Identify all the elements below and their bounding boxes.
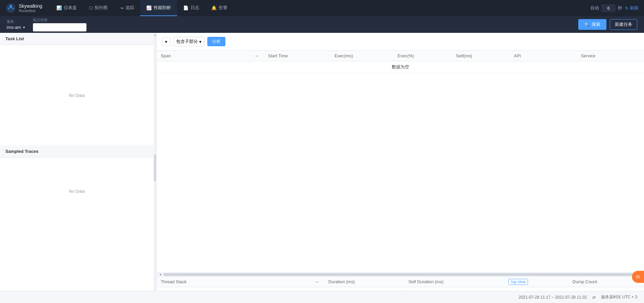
- thread-col-stack: Thread Stack: [157, 277, 311, 287]
- seconds-label: 秒: [618, 5, 622, 11]
- refresh-button[interactable]: ↻ 刷新: [625, 5, 639, 11]
- nav-trace[interactable]: ↝ 追踪: [114, 0, 140, 16]
- endpoint-input[interactable]: [33, 23, 87, 32]
- logo-icon: [5, 3, 16, 13]
- span-table: Span ↔ Start Time Exec(ms) Exec(%) Self(…: [157, 51, 644, 73]
- logo: Skywalking Rocketbot: [5, 3, 42, 13]
- span-table-empty: 数据为空: [157, 61, 644, 73]
- main-content: Task List No Data Sampled Traces No Data…: [0, 33, 644, 303]
- left-panel-container: Task List No Data Sampled Traces No Data…: [0, 33, 156, 303]
- analyze-button[interactable]: 分析: [207, 37, 225, 46]
- span-col-exec-ms: Exec(ms): [330, 51, 393, 61]
- nav-items: 📊 仪表盘 ⬡ 拓扑图 ↝ 追踪 📈 性能剖析 📄 日志 🔔 告警: [50, 0, 590, 16]
- thread-col-arrow: ↔: [311, 277, 324, 287]
- alert-icon: 🔔: [211, 5, 217, 10]
- search-button[interactable]: 🔍 搜索: [578, 19, 606, 30]
- endpoint-input-container: 端点名称: [33, 17, 87, 32]
- thread-col-self-duration: Self Duration (ms): [405, 277, 505, 287]
- nav-dashboard[interactable]: 📊 仪表盘: [50, 0, 83, 16]
- service-value: ims-am: [7, 25, 21, 30]
- scroll-left-arrow[interactable]: ◄: [157, 272, 163, 276]
- topology-icon: ⬡: [89, 5, 93, 10]
- scroll-thumb[interactable]: [154, 155, 156, 181]
- nav-profiling[interactable]: 📈 性能剖析: [140, 0, 177, 16]
- left-panel: Task List No Data Sampled Traces No Data…: [0, 33, 157, 303]
- endpoint-label: 端点名称: [33, 17, 87, 22]
- profiling-icon: 📈: [146, 5, 152, 10]
- right-panel: ▾ 包含子部分 ▾ 分析 Span ↔ Start Time Exec(ms): [157, 33, 644, 303]
- service-label: 服务: [7, 19, 25, 24]
- footer: 2021-07-28 11:17 ~ 2021-07-28 11:32 ⇄ 服务…: [0, 291, 644, 303]
- span-col-arrow: ↔: [251, 51, 264, 61]
- time-range: 2021-07-28 11:17 ~ 2021-07-28 11:32: [519, 295, 587, 300]
- thread-col-duration: Duration (ms): [324, 277, 405, 287]
- left-scrollbar[interactable]: ▲ ▼: [154, 33, 156, 303]
- sub-nav-right: 🔍 搜索 新建任务: [578, 19, 637, 30]
- new-task-button[interactable]: 新建任务: [610, 19, 637, 30]
- dropdown-arrow-icon: ▾: [199, 39, 202, 44]
- task-list-section: Task List No Data: [0, 33, 154, 145]
- timezone-label: 服务器时区 UTC + 3: [601, 294, 637, 300]
- task-list-empty: No Data: [69, 93, 85, 98]
- nav-topology[interactable]: ⬡ 拓扑图: [83, 0, 114, 16]
- span-table-wrapper: Span ↔ Start Time Exec(ms) Exec(%) Self(…: [157, 51, 644, 272]
- app-name: Skywalking: [19, 3, 42, 9]
- span-scroll-thumb[interactable]: [163, 273, 637, 276]
- sampled-traces-body: No Data: [0, 158, 154, 225]
- scroll-up-arrow[interactable]: ▲: [153, 33, 157, 37]
- filter-type-dropdown[interactable]: ▾: [162, 38, 170, 46]
- span-col-span: Span: [157, 51, 251, 61]
- refresh-interval-input[interactable]: [602, 5, 615, 12]
- span-col-api: API: [510, 51, 577, 61]
- span-col-self-ms: Self(ms): [452, 51, 510, 61]
- top-slow-badge[interactable]: top slow: [508, 279, 528, 285]
- nav-right: 自动 秒 ↻ 刷新: [590, 5, 639, 12]
- thread-col-top-slow[interactable]: top slow: [504, 277, 568, 287]
- top-nav: Skywalking Rocketbot 📊 仪表盘 ⬡ 拓扑图 ↝ 追踪 📈 …: [0, 0, 644, 16]
- analysis-toolbar: ▾ 包含子部分 ▾ 分析: [157, 33, 644, 51]
- svg-point-0: [6, 3, 15, 13]
- svg-point-1: [10, 5, 12, 7]
- span-col-starttime: Start Time: [264, 51, 330, 61]
- fab-button[interactable]: 85: [632, 271, 644, 283]
- include-children-dropdown[interactable]: 包含子部分 ▾: [173, 37, 205, 46]
- filter-label: 包含子部分: [176, 39, 198, 45]
- task-list-body: No Data: [0, 45, 154, 145]
- app-sub: Rocketbot: [19, 9, 42, 13]
- chevron-down-icon: ▾: [165, 39, 167, 44]
- trace-icon: ↝: [120, 5, 123, 10]
- sampled-traces-header: Sampled Traces: [0, 145, 154, 158]
- sub-nav: 服务 ims-am ▾ 端点名称 🔍 搜索 新建任务: [0, 16, 644, 33]
- sampled-traces-section: Sampled Traces No Data: [0, 145, 154, 225]
- span-h-scrollbar[interactable]: ◄ ►: [157, 272, 644, 276]
- auto-label: 自动: [590, 5, 599, 11]
- sampled-traces-empty: No Data: [69, 189, 85, 194]
- span-col-exec-pct: Exec(%): [393, 51, 452, 61]
- log-icon: 📄: [183, 5, 189, 10]
- dashboard-icon: 📊: [56, 5, 62, 10]
- search-icon: 🔍: [584, 22, 590, 27]
- service-chevron-icon[interactable]: ▾: [23, 25, 25, 29]
- nav-alert[interactable]: 🔔 告警: [205, 0, 233, 16]
- fab-label: 85: [636, 275, 640, 279]
- task-list-header: Task List: [0, 33, 154, 45]
- span-col-service: Service: [577, 51, 644, 61]
- nav-log[interactable]: 📄 日志: [177, 0, 205, 16]
- service-selector: 服务 ims-am ▾: [7, 19, 25, 30]
- span-table-section: Span ↔ Start Time Exec(ms) Exec(%) Self(…: [157, 51, 644, 276]
- refresh-icon: ↻: [625, 6, 629, 11]
- service-value-container: ims-am ▾: [7, 25, 25, 30]
- separator-icon: ⇄: [592, 295, 596, 300]
